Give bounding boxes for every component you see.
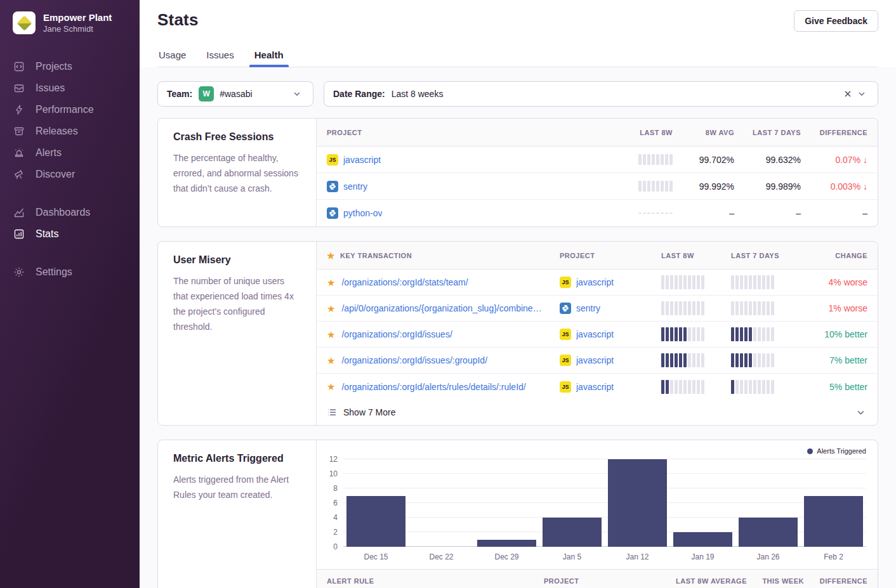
- project-link[interactable]: javascript: [343, 155, 381, 165]
- tab-health[interactable]: Health: [253, 46, 285, 67]
- sidebar-item-dashboards[interactable]: Dashboards: [13, 202, 140, 223]
- date-range-label: Date Range:: [333, 89, 385, 99]
- sidebar-item-label: Performance: [36, 104, 94, 115]
- alerts-chart-plot: [343, 459, 866, 547]
- show-more-button[interactable]: Show 7 More: [317, 400, 878, 425]
- sidebar-item-issues[interactable]: Issues: [13, 77, 140, 99]
- project-link[interactable]: javascript: [576, 277, 614, 287]
- page-header: Stats Give Feedback Usage Issues Health: [140, 0, 896, 67]
- spark-7d-cell: [731, 275, 801, 289]
- project-cell: JSjavascript: [560, 381, 661, 393]
- alerts-bar[interactable]: [543, 518, 602, 547]
- project-cell: JSjavascript: [560, 355, 661, 366]
- sidebar-item-alerts[interactable]: Alerts: [13, 142, 140, 164]
- transaction-link[interactable]: /api/0/organizations/{organization_slug}…: [341, 303, 541, 313]
- alerts-bar[interactable]: [346, 496, 405, 547]
- sidebar-item-label: Stats: [36, 228, 58, 240]
- project-link[interactable]: sentry: [343, 181, 367, 192]
- chart-legend[interactable]: Alerts Triggered: [323, 445, 866, 457]
- transaction-link[interactable]: /organizations/:orgId/stats/team/: [341, 277, 468, 287]
- alerts-bar[interactable]: [739, 518, 798, 547]
- user-misery-card: User Misery The number of unique users t…: [157, 241, 878, 426]
- page-title: Stats: [157, 10, 199, 30]
- table-row: ★/organizations/:orgId/issues/:groupId/J…: [317, 348, 878, 374]
- sidebar-item-label: Issues: [36, 82, 65, 94]
- table-header: Project Last 8W 8W Avg Last 7 Days Diffe…: [317, 119, 878, 147]
- settings-gear-icon: [13, 266, 25, 278]
- card-title: User Misery: [173, 254, 301, 266]
- sparkline: [661, 380, 731, 394]
- tab-usage[interactable]: Usage: [157, 46, 187, 67]
- team-label: Team:: [167, 89, 192, 99]
- sidebar-item-label: Dashboards: [36, 207, 90, 218]
- alerts-bar[interactable]: [608, 459, 667, 547]
- sparkline: [661, 353, 731, 367]
- alerts-bar[interactable]: [673, 532, 732, 547]
- key-transaction-star-icon[interactable]: ★: [327, 278, 335, 287]
- sidebar-item-discover[interactable]: Discover: [13, 164, 140, 185]
- org-switcher[interactable]: Empower Plant Jane Schmidt: [13, 11, 140, 34]
- transaction-link[interactable]: /organizations/:orgId/issues/: [341, 329, 452, 339]
- sidebar-item-label: Projects: [36, 61, 72, 72]
- team-avatar: W: [199, 86, 214, 101]
- javascript-platform-icon: JS: [560, 381, 571, 393]
- alerts-bar[interactable]: [804, 496, 863, 547]
- spark-8w-cell: [661, 275, 731, 289]
- sidebar-item-projects[interactable]: Projects: [13, 56, 140, 77]
- sidebar-item-performance[interactable]: Performance: [13, 99, 140, 121]
- releases-icon: [13, 125, 25, 138]
- javascript-platform-icon: JS: [327, 154, 338, 166]
- table-row: sentry99.992%99.989%0.003% ↓: [317, 173, 878, 200]
- tab-issues[interactable]: Issues: [205, 46, 235, 67]
- python-platform-icon: [327, 207, 338, 219]
- transaction-cell: ★/organizations/:orgId/issues/: [327, 329, 560, 339]
- spark-8w-cell: [661, 301, 731, 315]
- table-row: ★/organizations/:orgId/alerts/rules/deta…: [317, 374, 878, 400]
- transaction-link[interactable]: /organizations/:orgId/issues/:groupId/: [341, 355, 487, 365]
- clear-icon[interactable]: [841, 87, 855, 101]
- last7-value: 99.632%: [766, 155, 801, 165]
- avg-value: 99.702%: [699, 155, 734, 165]
- key-transaction-star-icon[interactable]: ★: [327, 382, 335, 391]
- project-link[interactable]: javascript: [576, 355, 614, 365]
- key-transaction-star-icon[interactable]: ★: [327, 356, 335, 365]
- key-transaction-star-icon[interactable]: ★: [327, 304, 335, 313]
- team-selector[interactable]: Team: W #wasabi: [157, 81, 313, 107]
- crash-free-sessions-card: Crash Free Sessions The percentage of he…: [157, 118, 878, 227]
- legend-dot-icon: [807, 448, 813, 454]
- date-range-selector[interactable]: Date Range: Last 8 weeks: [324, 81, 878, 107]
- spark-8w-cell: [661, 327, 731, 341]
- chevron-down-icon[interactable]: [855, 87, 869, 101]
- alerts-bar[interactable]: [477, 540, 536, 547]
- chart-bars: [343, 459, 866, 547]
- table-row: ★/api/0/organizations/{organization_slug…: [317, 296, 878, 322]
- project-cell: sentry: [327, 181, 606, 192]
- project-link[interactable]: javascript: [576, 382, 614, 392]
- org-user: Jane Schmidt: [43, 24, 112, 34]
- chevron-down-icon[interactable]: [290, 87, 304, 101]
- table-row: JSjavascript99.702%99.632%0.07% ↓: [317, 147, 878, 173]
- transaction-cell: ★/organizations/:orgId/alerts/rules/deta…: [327, 382, 560, 392]
- bar-slot: [605, 459, 670, 547]
- project-link[interactable]: javascript: [576, 329, 614, 339]
- project-link[interactable]: python-ov: [343, 208, 382, 218]
- project-cell: JSjavascript: [560, 329, 661, 340]
- difference-value: –: [862, 208, 867, 218]
- change-value: 1% worse: [829, 303, 867, 313]
- give-feedback-button[interactable]: Give Feedback: [794, 10, 878, 32]
- sidebar-item-releases[interactable]: Releases: [13, 121, 140, 142]
- stats-icon: [13, 228, 25, 240]
- key-transaction-star-icon[interactable]: ★: [327, 330, 335, 339]
- sidebar-item-stats[interactable]: Stats: [13, 223, 140, 245]
- tab-bar: Usage Issues Health: [157, 46, 878, 67]
- bar-slot: [409, 459, 474, 547]
- chevron-down-icon[interactable]: [853, 405, 867, 419]
- sidebar-item-label: Discover: [36, 169, 75, 180]
- sparkline: [638, 154, 673, 165]
- project-link[interactable]: sentry: [576, 303, 600, 313]
- sidebar-item-settings[interactable]: Settings: [13, 261, 140, 283]
- table-row: ★/organizations/:orgId/issues/JSjavascri…: [317, 322, 878, 348]
- project-cell: JSjavascript: [327, 154, 606, 166]
- transaction-link[interactable]: /organizations/:orgId/alerts/rules/detai…: [341, 382, 525, 392]
- bar-slot: [801, 459, 866, 547]
